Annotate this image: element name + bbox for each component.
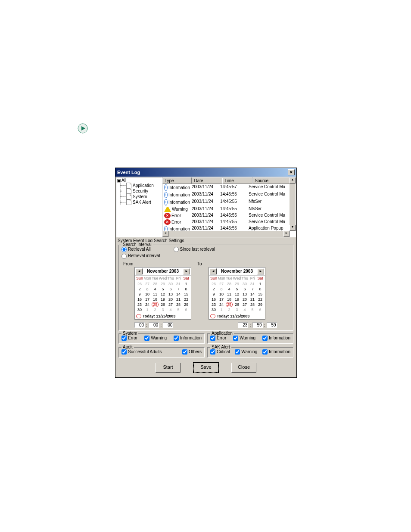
start-button[interactable]: Start — [156, 363, 181, 373]
app-warning-check[interactable]: Warning — [233, 336, 255, 341]
calendar-day[interactable]: 10 — [218, 292, 225, 297]
calendar-day[interactable]: 14 — [174, 292, 182, 297]
audit-others-check[interactable]: Others — [182, 349, 202, 355]
from-calendar[interactable]: ◄ November 2003 ► SunMonTueWedThuFriSat … — [134, 267, 191, 320]
calendar-day[interactable]: 31 — [174, 281, 182, 286]
cal-next-icon[interactable]: ► — [257, 268, 264, 274]
sak-info-check[interactable]: Information — [262, 349, 290, 355]
calendar-day[interactable]: 9 — [210, 292, 218, 297]
table-row[interactable]: i Information2003/11/2414:45:57Service C… — [162, 184, 296, 191]
calendar-day[interactable]: 8 — [256, 286, 264, 292]
calendar-day[interactable]: 6 — [182, 307, 190, 312]
calendar-day[interactable]: 26 — [233, 302, 241, 307]
calendar-day[interactable]: 2 — [151, 307, 159, 312]
radio-retrieval-all[interactable]: Retrieval All — [121, 247, 151, 252]
cal-prev-icon[interactable]: ◄ — [136, 268, 143, 274]
calendar-day[interactable]: 31 — [249, 281, 256, 286]
from-hour[interactable] — [134, 322, 145, 328]
system-info-check[interactable]: Information — [174, 336, 202, 341]
scrollbar-vertical[interactable]: ▲ ▼ — [290, 177, 296, 231]
tree-root[interactable]: ▣All — [117, 178, 161, 183]
calendar-day[interactable]: 20 — [167, 297, 174, 302]
save-button[interactable]: Save — [193, 363, 218, 373]
calendar-day[interactable]: 4 — [167, 307, 174, 312]
close-button[interactable]: Close — [231, 363, 256, 373]
cal-next-icon[interactable]: ► — [183, 268, 190, 274]
calendar-day[interactable]: 16 — [136, 297, 143, 302]
calendar-day[interactable]: 30 — [241, 281, 249, 286]
calendar-day[interactable]: 23 — [136, 302, 143, 307]
scroll-up-icon[interactable]: ▲ — [290, 177, 296, 184]
calendar-day[interactable]: 4 — [151, 286, 159, 292]
calendar-day[interactable]: 9 — [136, 292, 143, 297]
calendar-day[interactable]: 12 — [233, 292, 241, 297]
calendar-day[interactable]: 3 — [218, 286, 225, 292]
calendar-day[interactable]: 19 — [233, 297, 241, 302]
close-icon[interactable]: ✕ — [288, 169, 295, 175]
calendar-day[interactable]: 26 — [136, 281, 143, 286]
calendar-day[interactable]: 22 — [256, 297, 264, 302]
calendar-day[interactable]: 25 — [152, 302, 159, 307]
table-row[interactable]: i Information2003/11/2414:45:55Service C… — [162, 191, 296, 199]
calendar-day[interactable]: 17 — [218, 297, 225, 302]
calendar-day[interactable]: 23 — [210, 302, 218, 307]
calendar-day[interactable]: 5 — [249, 307, 256, 312]
table-row[interactable]: Warning2003/11/2414:45:55NfsSvr — [162, 206, 296, 212]
calendar-day[interactable]: 7 — [249, 286, 256, 292]
calendar-day[interactable]: 12 — [159, 292, 167, 297]
calendar-day[interactable]: 4 — [241, 307, 249, 312]
calendar-day[interactable]: 13 — [167, 292, 174, 297]
system-error-check[interactable]: Error — [121, 336, 137, 341]
cal-prev-icon[interactable]: ◄ — [210, 268, 217, 274]
sak-critical-check[interactable]: Critical — [210, 349, 230, 355]
scroll-left-icon[interactable]: ◄ — [162, 231, 168, 237]
from-sec[interactable] — [163, 322, 173, 328]
calendar-day[interactable]: 20 — [241, 297, 249, 302]
calendar-day[interactable]: 27 — [241, 302, 249, 307]
calendar-day[interactable]: 15 — [256, 292, 264, 297]
calendar-day[interactable]: 29 — [159, 281, 167, 286]
calendar-day[interactable]: 5 — [233, 286, 241, 292]
calendar-day[interactable]: 27 — [143, 281, 151, 286]
calendar-day[interactable]: 17 — [143, 297, 151, 302]
calendar-day[interactable]: 11 — [151, 292, 159, 297]
calendar-day[interactable]: 2 — [210, 286, 218, 292]
calendar-day[interactable]: 30 — [167, 281, 174, 286]
tree-item[interactable]: ┝┄┄SAK Alert — [119, 199, 161, 205]
calendar-day[interactable]: 2 — [136, 286, 143, 292]
table-row[interactable]: ✕ Error2003/11/2414:45:55Service Control… — [162, 212, 296, 219]
calendar-day[interactable]: 6 — [256, 307, 264, 312]
tree-item[interactable]: ┝┄┄Application — [119, 183, 161, 188]
calendar-day[interactable]: 24 — [218, 302, 225, 307]
app-info-check[interactable]: Information — [262, 336, 290, 341]
sak-warning-check[interactable]: Warning — [235, 349, 257, 355]
calendar-day[interactable]: 30 — [136, 307, 143, 312]
calendar-day[interactable]: 21 — [174, 297, 182, 302]
calendar-day[interactable]: 1 — [218, 307, 225, 312]
calendar-day[interactable]: 24 — [143, 302, 151, 307]
calendar-day[interactable]: 18 — [151, 297, 159, 302]
calendar-day[interactable]: 25 — [226, 302, 233, 307]
calendar-day[interactable]: 1 — [256, 281, 264, 286]
calendar-day[interactable]: 27 — [167, 302, 174, 307]
calendar-day[interactable]: 1 — [182, 281, 190, 286]
calendar-day[interactable]: 5 — [174, 307, 182, 312]
calendar-day[interactable]: 5 — [159, 286, 167, 292]
calendar-day[interactable]: 18 — [225, 297, 233, 302]
calendar-day[interactable]: 22 — [182, 297, 190, 302]
calendar-day[interactable]: 14 — [249, 292, 256, 297]
calendar-day[interactable]: 1 — [143, 307, 151, 312]
to-sec[interactable] — [267, 322, 277, 328]
log-tree[interactable]: ▣All ┝┄┄Application┝┄┄Security┝┄┄System┝… — [116, 177, 162, 237]
calendar-day[interactable]: 19 — [159, 297, 167, 302]
calendar-day[interactable]: 4 — [225, 286, 233, 292]
calendar-day[interactable]: 16 — [210, 297, 218, 302]
calendar-day[interactable]: 28 — [249, 302, 256, 307]
scroll-right-icon[interactable]: ► — [283, 231, 290, 237]
calendar-day[interactable]: 8 — [182, 286, 190, 292]
calendar-day[interactable]: 10 — [143, 292, 151, 297]
calendar-day[interactable]: 29 — [256, 302, 264, 307]
tree-item[interactable]: ┝┄┄System — [119, 194, 161, 199]
calendar-day[interactable]: 15 — [182, 292, 190, 297]
calendar-day[interactable]: 3 — [159, 307, 167, 312]
